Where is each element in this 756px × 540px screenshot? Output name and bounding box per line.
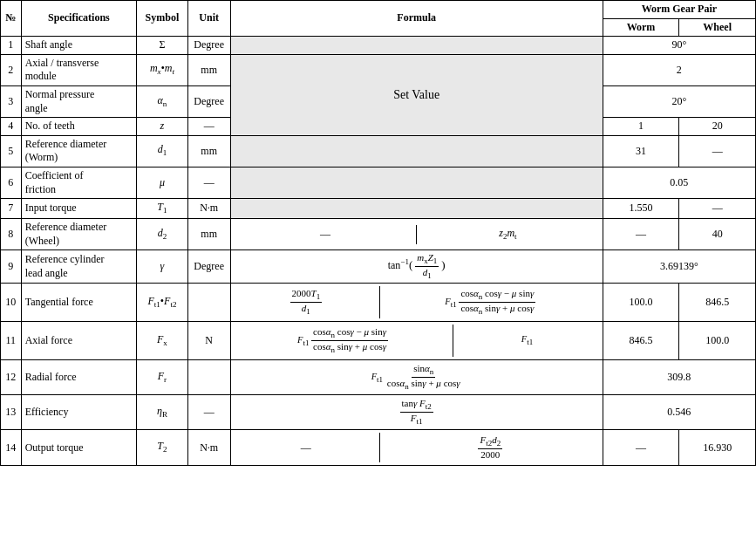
unit-cell: mm [187, 219, 230, 250]
value-cell: 2 [603, 54, 755, 85]
row-no: 10 [1, 284, 22, 322]
unit-cell: — [187, 118, 230, 136]
unit-cell: — [187, 167, 230, 198]
wheel-value: — [679, 135, 756, 167]
symbol-cell: ηR [137, 395, 187, 430]
header-symbol: Symbol [137, 1, 187, 37]
table-row: 2 Axial / transversemodule mx•mt mm Set … [1, 54, 756, 85]
row-no: 2 [1, 54, 22, 85]
value-cell: 3.69139° [603, 250, 755, 284]
value-cell: 0.05 [603, 167, 755, 198]
table-row: 14 Output torque T2 N·m — Ft2d2 2000 [1, 430, 756, 466]
spec-cell: Reference cylinderlead angle [21, 250, 137, 284]
symbol-cell: γ [137, 250, 187, 284]
spec-cell: Output torque [21, 430, 137, 466]
symbol-cell: T1 [137, 199, 187, 219]
spec-cell: Reference diameter(Wheel) [21, 219, 137, 250]
header-worm: Worm [603, 18, 679, 37]
formula-cell: Ft1 sinαn cosαn sinγ + μ cosγ [230, 360, 603, 395]
table-row: 7 Input torque T1 N·m 1.550 — [1, 199, 756, 219]
header-no: № [1, 1, 22, 37]
row-no: 5 [1, 135, 22, 167]
table-row: 1 Shaft angle Σ Degree 90° [1, 37, 756, 55]
spec-cell: Axial force [21, 322, 137, 360]
unit-cell: N [187, 322, 230, 360]
value-cell: 20° [603, 85, 755, 117]
worm-value: — [603, 219, 679, 250]
formula-cell [230, 37, 603, 55]
unit-cell [187, 284, 230, 322]
row-no: 12 [1, 360, 22, 395]
row-no: 11 [1, 322, 22, 360]
unit-cell: Degree [187, 37, 230, 55]
value-cell: 0.546 [603, 395, 755, 430]
formula-cell [230, 135, 603, 167]
formula-cell [230, 199, 603, 219]
header-formula: Formula [230, 1, 603, 37]
formula-cell: tan−1( mxZ1 d1 ) [230, 250, 603, 284]
spec-cell: Axial / transversemodule [21, 54, 137, 85]
unit-cell: mm [187, 54, 230, 85]
formula-cell: 2000T1 d1 Ft1 cosαn cosγ − μ sinγ cosαn … [230, 284, 603, 322]
wheel-value: 16.930 [679, 430, 756, 466]
row-no: 1 [1, 37, 22, 55]
row-no: 3 [1, 85, 22, 117]
table-row: 6 Coefficient offriction μ — 0.05 [1, 167, 756, 198]
worm-value: — [603, 430, 679, 466]
spec-cell: Efficiency [21, 395, 137, 430]
worm-value: 846.5 [603, 322, 679, 360]
unit-cell: N·m [187, 199, 230, 219]
formula-cell [230, 167, 603, 198]
symbol-cell: d1 [137, 135, 187, 167]
row-no: 8 [1, 219, 22, 250]
formula-cell: Set Value [230, 54, 603, 135]
header-specifications: Specifications [21, 1, 137, 37]
formula-cell: — Ft2d2 2000 [230, 430, 603, 466]
spec-cell: Input torque [21, 199, 137, 219]
table-row: 9 Reference cylinderlead angle γ Degree … [1, 250, 756, 284]
worm-value: 1 [603, 118, 679, 136]
row-no: 14 [1, 430, 22, 466]
wheel-value: 40 [679, 219, 756, 250]
formula-cell: — z2mt [230, 219, 603, 250]
symbol-cell: αn [137, 85, 187, 117]
table-row: 11 Axial force Fx N Ft1 cosαn cosγ − μ s… [1, 322, 756, 360]
spec-cell: Coefficient offriction [21, 167, 137, 198]
spec-cell: No. of teeth [21, 118, 137, 136]
table-row: 5 Reference diameter(Worm) d1 mm 31 — [1, 135, 756, 167]
symbol-cell: d2 [137, 219, 187, 250]
row-no: 6 [1, 167, 22, 198]
spec-cell: Tangential force [21, 284, 137, 322]
value-cell: 90° [603, 37, 755, 55]
value-cell: 309.8 [603, 360, 755, 395]
unit-cell: mm [187, 135, 230, 167]
spec-cell: Radial force [21, 360, 137, 395]
table-row: 13 Efficiency ηR — tanγ Ft2 Ft1 0.546 [1, 395, 756, 430]
row-no: 4 [1, 118, 22, 136]
wheel-value: 100.0 [679, 322, 756, 360]
worm-value: 100.0 [603, 284, 679, 322]
symbol-cell: z [137, 118, 187, 136]
header-unit: Unit [187, 1, 230, 37]
header-wheel: Wheel [679, 18, 756, 37]
row-no: 13 [1, 395, 22, 430]
row-no: 9 [1, 250, 22, 284]
unit-cell [187, 360, 230, 395]
symbol-cell: Ft1•Ft2 [137, 284, 187, 322]
spec-cell: Shaft angle [21, 37, 137, 55]
symbol-cell: T2 [137, 430, 187, 466]
table-row: 12 Radial force Fr Ft1 sinαn cosαn sinγ … [1, 360, 756, 395]
unit-cell: Degree [187, 250, 230, 284]
formula-cell: tanγ Ft2 Ft1 [230, 395, 603, 430]
symbol-cell: μ [137, 167, 187, 198]
wheel-value: — [679, 199, 756, 219]
formula-cell: Ft1 cosαn cosγ − μ sinγ cosαn sinγ + μ c… [230, 322, 603, 360]
header-worm-gear-pair: Worm Gear Pair [603, 1, 755, 19]
unit-cell: — [187, 395, 230, 430]
worm-value: 31 [603, 135, 679, 167]
symbol-cell: Σ [137, 37, 187, 55]
spec-cell: Normal pressureangle [21, 85, 137, 117]
unit-cell: N·m [187, 430, 230, 466]
wheel-value: 846.5 [679, 284, 756, 322]
spec-cell: Reference diameter(Worm) [21, 135, 137, 167]
